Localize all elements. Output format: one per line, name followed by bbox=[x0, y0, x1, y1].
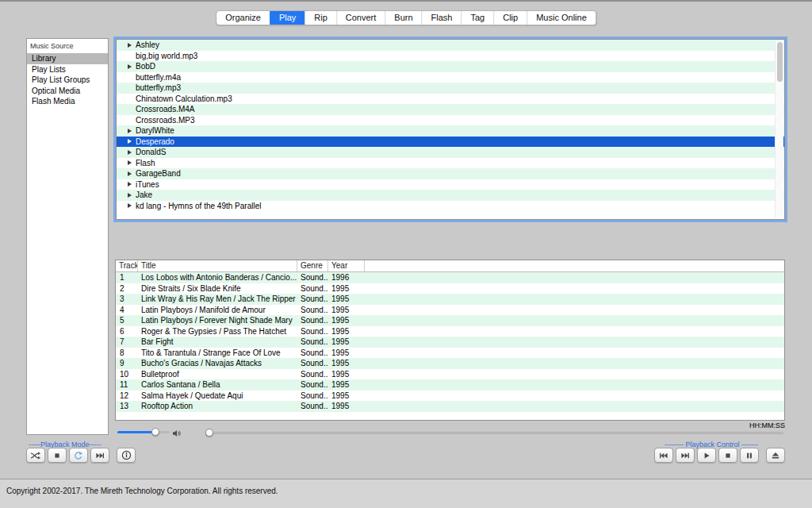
sidebar-item-flash-media[interactable]: Flash Media bbox=[27, 96, 108, 107]
disclosure-triangle-icon[interactable] bbox=[128, 129, 136, 133]
disclosure-triangle-icon[interactable] bbox=[128, 171, 136, 176]
stop-icon bbox=[52, 451, 62, 460]
track-row-6[interactable]: 6Roger & The Gypsies / Pass The HatchetS… bbox=[116, 326, 784, 337]
track-row-5[interactable]: 5Latin Playboys / Forever Night Shade Ma… bbox=[116, 315, 784, 326]
column-header-track[interactable]: Track bbox=[116, 260, 138, 271]
disclosure-triangle-icon[interactable] bbox=[128, 64, 136, 69]
stop-mode-button[interactable] bbox=[48, 448, 67, 463]
library-tree-panel: Ashleybig,big world.mp3BobDbutterfly.m4a… bbox=[116, 39, 785, 220]
cell-track: 8 bbox=[116, 348, 138, 359]
track-row-11[interactable]: 11Carlos Santana / BellaSound...1995 bbox=[116, 379, 784, 391]
track-row-7[interactable]: 7Bar FightSound...1995 bbox=[116, 337, 784, 348]
tree-item-darylwhite[interactable]: DarylWhite bbox=[117, 125, 784, 137]
disclosure-triangle-icon[interactable] bbox=[128, 160, 136, 165]
track-row-4[interactable]: 4Latin Playboys / Manifold de AmourSound… bbox=[116, 305, 784, 316]
position-slider[interactable] bbox=[205, 427, 783, 438]
column-header-year[interactable]: Year bbox=[328, 260, 365, 271]
pause-icon bbox=[745, 451, 754, 460]
tree-item-flash[interactable]: Flash bbox=[117, 158, 784, 169]
sidebar-item-play-lists[interactable]: Play Lists bbox=[27, 64, 108, 75]
disclosure-triangle-icon[interactable] bbox=[128, 139, 136, 144]
track-row-3[interactable]: 3Link Wray & His Ray Men / Jack The Ripp… bbox=[116, 294, 784, 305]
volume-thumb[interactable] bbox=[151, 428, 159, 436]
tree-item-label: butterfly.mp3 bbox=[136, 83, 181, 92]
cell-title: Bucho's Gracias / Navajas Attacks bbox=[138, 358, 297, 369]
cell-title: Los Lobos with Antonio Banderas / Cancio… bbox=[138, 272, 297, 283]
skip-start-button[interactable] bbox=[654, 448, 673, 463]
cell-year: 1995 bbox=[328, 391, 365, 402]
tree-item-butterfly-m4a[interactable]: butterfly.m4a bbox=[117, 72, 784, 83]
cell-year: 1995 bbox=[328, 369, 365, 380]
tab-organize[interactable]: Organize bbox=[216, 11, 270, 25]
track-row-1[interactable]: 1Los Lobos with Antonio Banderas / Canci… bbox=[116, 272, 784, 283]
tree-item-label: Ashley bbox=[136, 40, 159, 49]
tree-item-kd-lang-hymns-of-the-49th-parallel[interactable]: kd lang - Hymns of the 49th Parallel bbox=[117, 201, 784, 212]
disclosure-triangle-icon[interactable] bbox=[128, 182, 136, 187]
pause-button[interactable] bbox=[740, 448, 759, 463]
tree-item-label: Flash bbox=[136, 159, 155, 167]
disclosure-triangle-icon[interactable] bbox=[128, 193, 136, 198]
tree-item-big-big-world-mp3[interactable]: big,big world.mp3 bbox=[117, 51, 784, 62]
cell-title: Bulletproof bbox=[138, 369, 297, 380]
disclosure-triangle-icon[interactable] bbox=[128, 43, 136, 48]
tree-item-ashley[interactable]: Ashley bbox=[117, 40, 784, 51]
cell-genre: Sound... bbox=[297, 358, 328, 369]
volume-slider[interactable] bbox=[117, 426, 170, 437]
tree-scrollbar-thumb[interactable] bbox=[777, 42, 783, 82]
track-row-2[interactable]: 2Dire Straits / Six Blade KnifeSound...1… bbox=[116, 283, 784, 294]
cell-year: 1995 bbox=[328, 326, 365, 337]
cell-title: Carlos Santana / Bella bbox=[138, 379, 297, 391]
tab-rip[interactable]: Rip bbox=[304, 11, 336, 25]
tab-clip[interactable]: Clip bbox=[493, 11, 527, 25]
tab-play[interactable]: Play bbox=[270, 11, 304, 25]
sidebar-item-play-list-groups[interactable]: Play List Groups bbox=[27, 75, 108, 86]
position-thumb[interactable] bbox=[205, 429, 213, 437]
tree-item-garageband[interactable]: GarageBand bbox=[117, 168, 784, 179]
column-header-title[interactable]: Title bbox=[138, 260, 297, 271]
info-button[interactable] bbox=[117, 448, 136, 463]
track-row-10[interactable]: 10BulletproofSound...1995 bbox=[116, 369, 784, 380]
tree-item-butterfly-mp3[interactable]: butterfly.mp3 bbox=[117, 83, 784, 94]
tree-item-itunes[interactable]: iTunes bbox=[117, 179, 784, 190]
track-row-8[interactable]: 8Tito & Tarantula / Strange Face Of Love… bbox=[116, 348, 784, 359]
skip-end-mode-button[interactable] bbox=[90, 448, 109, 463]
cell-year: 1995 bbox=[328, 305, 365, 316]
track-row-12[interactable]: 12Salma Hayek / Quedate AquiSound...1995 bbox=[116, 391, 784, 402]
stop-button[interactable] bbox=[718, 448, 737, 463]
eject-button[interactable] bbox=[766, 448, 785, 463]
tree-item-crossroads-m4a[interactable]: Crossroads.M4A bbox=[117, 104, 784, 115]
tree-item-desperado[interactable]: Desperado bbox=[117, 137, 784, 148]
shuffle-mode-button[interactable] bbox=[26, 448, 45, 463]
tab-convert[interactable]: Convert bbox=[336, 11, 385, 25]
track-row-13[interactable]: 13Rooftop ActionSound...1995 bbox=[116, 401, 784, 412]
tree-item-label: iTunes bbox=[136, 180, 159, 189]
repeat-mode-button[interactable] bbox=[69, 448, 88, 463]
cell-title: Roger & The Gypsies / Pass The Hatchet bbox=[138, 326, 297, 337]
tree-item-bobd[interactable]: BobD bbox=[117, 61, 784, 72]
skip-end-button[interactable] bbox=[676, 448, 695, 463]
cell-track: 1 bbox=[116, 272, 138, 283]
tree-item-crossroads-mp3[interactable]: Crossroads.MP3 bbox=[117, 115, 784, 126]
music-source-list: LibraryPlay ListsPlay List GroupsOptical… bbox=[27, 53, 108, 107]
play-button[interactable] bbox=[697, 448, 716, 463]
sidebar-item-library[interactable]: Library bbox=[27, 53, 108, 64]
tree-scrollbar[interactable] bbox=[775, 40, 783, 218]
track-row-9[interactable]: 9Bucho's Gracias / Navajas AttacksSound.… bbox=[116, 358, 784, 369]
tab-tag[interactable]: Tag bbox=[461, 11, 493, 25]
tab-flash[interactable]: Flash bbox=[422, 11, 462, 25]
disclosure-triangle-icon[interactable] bbox=[128, 203, 136, 208]
cell-year: 1995 bbox=[328, 379, 365, 391]
tree-item-donalds[interactable]: DonaldS bbox=[117, 147, 784, 158]
tab-burn[interactable]: Burn bbox=[385, 11, 421, 25]
disclosure-triangle-icon[interactable] bbox=[128, 150, 136, 155]
cell-genre: Sound... bbox=[297, 348, 328, 359]
position-track[interactable] bbox=[205, 432, 783, 434]
column-header-genre[interactable]: Genre bbox=[297, 260, 328, 271]
tree-item-label: Desperado bbox=[136, 137, 174, 146]
tab-music-online[interactable]: Music Online bbox=[527, 11, 596, 25]
tree-item-jake[interactable]: Jake bbox=[117, 190, 784, 201]
tree-item-chinatown-calculation-mp3[interactable]: Chinatown Calculation.mp3 bbox=[117, 94, 784, 105]
tree-item-label: kd lang - Hymns of the 49th Parallel bbox=[136, 202, 261, 210]
sidebar-item-optical-media[interactable]: Optical Media bbox=[27, 86, 108, 97]
cell-genre: Sound... bbox=[297, 337, 328, 348]
